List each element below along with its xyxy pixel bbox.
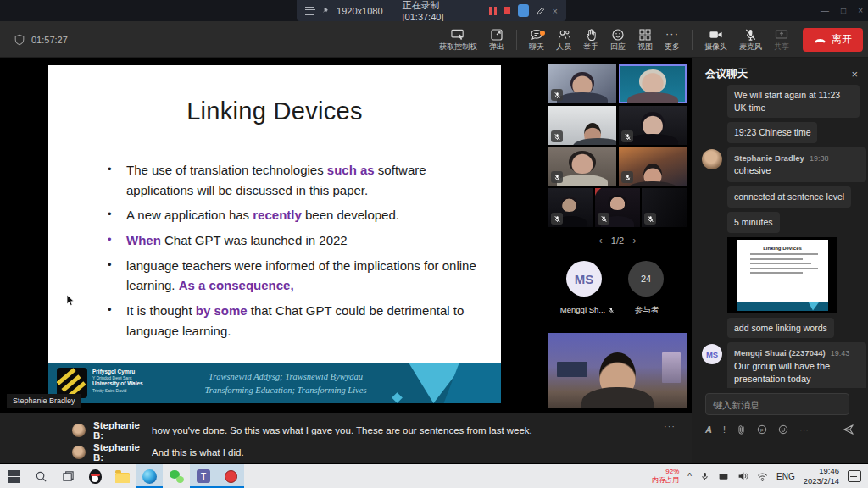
close-chat-icon[interactable]: × [851, 68, 858, 80]
slide-bullet: •When Chat GPT was launched in 2022 [108, 230, 491, 251]
format-icon[interactable]: A [705, 424, 712, 435]
hangup-icon [814, 36, 826, 44]
chat-button[interactable]: 聊天 [523, 28, 550, 51]
close-recbar-icon[interactable]: × [553, 6, 558, 16]
mic-muted-icon [551, 89, 563, 101]
view-button[interactable]: 视图 [632, 28, 659, 51]
people-button[interactable]: 人员 [550, 28, 577, 51]
caption-speaker: Stephanie B: [93, 420, 152, 441]
tray-network-icon[interactable] [757, 472, 768, 481]
more-button[interactable]: ··· 更多 [659, 28, 686, 51]
taskbar-file-explorer[interactable] [108, 464, 136, 488]
participant-video-active-speaker[interactable] [619, 64, 687, 103]
participant-video[interactable] [548, 64, 616, 103]
taskbar-edge-app[interactable] [136, 464, 163, 488]
toolbar-buttons: 获取控制权 弹出 聊天 人员 举手 回应 视图 ··· [433, 21, 863, 58]
participant-video[interactable] [642, 188, 687, 227]
close-window-icon[interactable]: × [858, 6, 863, 15]
live-captions: Stephanie B: how you've done. So this wa… [0, 413, 692, 463]
start-button[interactable] [0, 464, 27, 488]
memory-usage-widget: 92% 内存占用 [652, 468, 679, 485]
action-center-icon[interactable] [848, 470, 861, 482]
tray-volume-icon[interactable] [737, 471, 748, 481]
participant-video[interactable] [548, 106, 616, 145]
chat-message[interactable]: connected at sentence level [727, 186, 851, 208]
next-page-icon[interactable]: › [632, 234, 636, 247]
menu-icon[interactable] [305, 7, 314, 15]
chat-message-group[interactable]: MS Mengqi Shuai (2237044)19:43 Our group… [727, 342, 868, 388]
wechat-icon [170, 470, 184, 483]
leave-button[interactable]: 离开 [803, 28, 863, 52]
presentation-slide: Linking Devices •The use of translation … [48, 65, 501, 403]
university-motto: Trawsnewid Addysg; Trawsnewid Bywydau Tr… [175, 370, 396, 397]
tray-device-icon[interactable] [718, 472, 729, 481]
participant-video[interactable] [548, 188, 593, 227]
teams-icon: T [197, 469, 210, 483]
taskbar-qq-app[interactable] [81, 464, 108, 488]
popout-button[interactable]: 弹出 [483, 28, 510, 51]
send-icon[interactable] [843, 424, 854, 435]
participant-video[interactable] [619, 106, 687, 145]
chat-message[interactable]: add some linking words [727, 318, 834, 339]
minimize-icon[interactable]: — [821, 6, 829, 15]
raise-hand-button[interactable]: 举手 [577, 28, 604, 51]
chat-message-group[interactable]: Stephanie Bradley19:38 cohesive [727, 147, 868, 182]
participant-name-label: Mengqi Sh... [548, 305, 626, 314]
loop-icon[interactable]: p [757, 424, 767, 435]
pencil-icon[interactable] [537, 6, 545, 16]
share-button[interactable]: 共享 [768, 28, 795, 51]
mic-muted-icon [644, 213, 656, 225]
windows-logo-icon [8, 470, 20, 483]
top-strip: 1920x1080 正在录制 [01:37:40] × — □ × [0, 0, 868, 21]
participant-video[interactable] [595, 188, 640, 227]
pin-icon[interactable] [321, 6, 329, 15]
display-select-icon[interactable] [518, 4, 528, 17]
mic-button[interactable]: 麦克风 [733, 28, 768, 51]
attach-icon[interactable] [737, 424, 746, 435]
taskbar-wechat-app[interactable] [163, 464, 190, 488]
pause-recording-icon[interactable] [489, 7, 497, 15]
recorder-icon [225, 470, 237, 483]
priority-icon[interactable]: ! [723, 424, 726, 435]
participant-video[interactable] [548, 147, 616, 186]
participant-count-avatar[interactable]: 24 [628, 261, 664, 297]
mic-muted-icon [551, 171, 563, 183]
chat-header: 会议聊天 × [705, 67, 858, 81]
self-video[interactable] [548, 333, 687, 408]
qq-icon [89, 469, 102, 484]
search-icon [35, 470, 47, 483]
mic-muted-icon [621, 171, 633, 183]
taskbar-clock[interactable]: 19:46 2023/2/14 [804, 466, 839, 487]
avatar [702, 149, 722, 169]
taskbar-recorder-app[interactable] [217, 464, 244, 488]
camera-button[interactable]: 摄像头 [698, 28, 733, 51]
taskbar-teams-app[interactable]: T [190, 464, 217, 488]
captions-more-icon[interactable]: ··· [664, 421, 676, 431]
more-compose-icon[interactable]: ··· [799, 424, 809, 435]
chat-message[interactable]: 5 minutes [727, 212, 780, 233]
avatar-initials[interactable]: MS [566, 261, 602, 297]
avatar [72, 424, 86, 437]
caption-line: Stephanie B: And this is what I did. [72, 442, 244, 463]
mic-muted-icon [744, 28, 757, 42]
language-indicator[interactable]: ENG [776, 472, 795, 481]
chat-image-attachment[interactable]: Linking Devices [727, 237, 837, 313]
tray-mic-icon[interactable] [700, 471, 709, 481]
take-control-button[interactable]: 获取控制权 [433, 28, 483, 51]
prev-page-icon[interactable]: ‹ [599, 234, 603, 247]
caption-text: And this is what I did. [152, 447, 244, 458]
task-view-button[interactable] [54, 464, 81, 488]
emoji-icon[interactable] [778, 424, 788, 435]
avatar-initials: MS [702, 344, 722, 364]
react-button[interactable]: 回应 [604, 28, 632, 51]
chat-input[interactable]: 键入新消息 [705, 393, 849, 415]
recording-status: 正在录制 [01:37:40] [403, 0, 470, 22]
taskbar-search-button[interactable] [27, 464, 54, 488]
chat-message[interactable]: 19:23 Chinese time [727, 122, 817, 143]
tray-expand-icon[interactable]: ^ [687, 472, 692, 481]
chat-message[interactable]: We will start again at 11:23 UK time [727, 85, 860, 118]
mic-muted-icon [608, 307, 615, 313]
stop-recording-icon[interactable] [504, 7, 510, 14]
maximize-icon[interactable]: □ [841, 6, 846, 15]
participant-video[interactable] [619, 147, 687, 186]
